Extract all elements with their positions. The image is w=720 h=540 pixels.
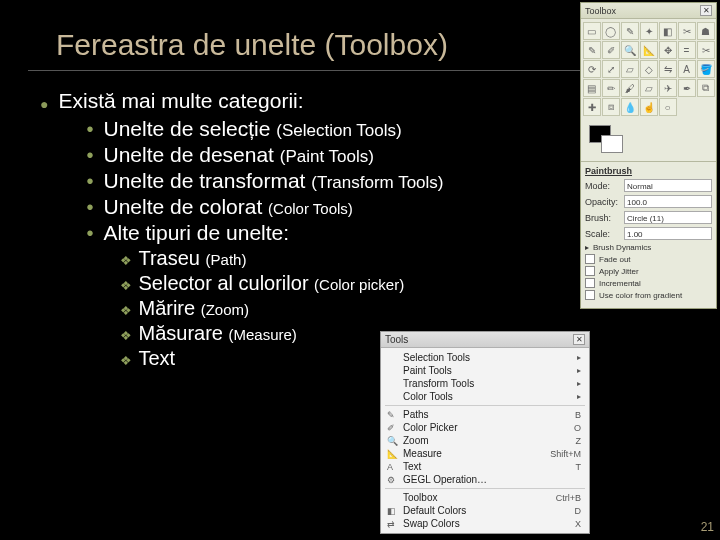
tool-bucket-icon[interactable]: 🪣 [697, 60, 715, 78]
diamond-icon: ❖ [120, 253, 132, 268]
incremental-checkbox[interactable] [585, 278, 595, 288]
other-tool-item: ❖Traseu (Path) [120, 247, 443, 270]
menu-item-toolbox[interactable]: ToolboxCtrl+B [381, 491, 589, 504]
tool-paths-icon[interactable]: ✎ [583, 41, 601, 59]
category-item: • Alte tipuri de unelte: [86, 221, 443, 245]
gradient-checkbox[interactable] [585, 290, 595, 300]
tool-color-picker-icon[interactable]: ✐ [602, 41, 620, 59]
tool-pencil-icon[interactable]: ✏ [602, 79, 620, 97]
tool-measure-icon[interactable]: 📐 [640, 41, 658, 59]
close-icon[interactable]: ✕ [573, 334, 585, 345]
tool-perspective-icon[interactable]: ◇ [640, 60, 658, 78]
separator [385, 405, 585, 406]
category-item: • Unelte de desenat (Paint Tools) [86, 143, 443, 167]
tool-paintbrush-icon[interactable]: 🖌 [621, 79, 639, 97]
tool-move-icon[interactable]: ✥ [659, 41, 677, 59]
category-item: • Unelte de transformat (Transform Tools… [86, 169, 443, 193]
menu-item-color-picker[interactable]: ✐Color PickerO [381, 421, 589, 434]
tool-ellipse-select-icon[interactable]: ◯ [602, 22, 620, 40]
toolbox-titlebar[interactable]: Toolbox ✕ [581, 3, 716, 19]
chevron-right-icon: ▸ [577, 392, 581, 401]
diamond-icon: ❖ [120, 328, 132, 343]
dot-icon: • [86, 144, 93, 167]
swap-colors-icon: ⇄ [387, 519, 403, 529]
dot-icon: • [86, 118, 93, 141]
category-item: • Unelte de selecție (Selection Tools) [86, 117, 443, 141]
tool-align-icon[interactable]: = [678, 41, 696, 59]
tool-eraser-icon[interactable]: ▱ [640, 79, 658, 97]
expand-icon[interactable]: ▸ [585, 243, 589, 252]
default-colors-icon: ◧ [387, 506, 403, 516]
tool-rect-select-icon[interactable]: ▭ [583, 22, 601, 40]
chevron-right-icon: ▸ [577, 379, 581, 388]
tool-text-icon[interactable]: A [678, 60, 696, 78]
menu-item-paint-tools[interactable]: Paint Tools▸ [381, 364, 589, 377]
toolbox-panel: Toolbox ✕ ▭ ◯ ✎ ✦ ◧ ✂ ☗ ✎ ✐ 🔍 📐 ✥ = ✂ ⟳ … [580, 2, 717, 309]
toolbox-title-label: Toolbox [585, 6, 616, 16]
measure-icon: 📐 [387, 449, 403, 459]
tool-crop-icon[interactable]: ✂ [697, 41, 715, 59]
tool-ink-icon[interactable]: ✒ [678, 79, 696, 97]
tools-menu-titlebar[interactable]: Tools ✕ [381, 332, 589, 348]
tools-menu-title: Tools [385, 334, 408, 345]
separator [385, 488, 585, 489]
menu-item-zoom[interactable]: 🔍ZoomZ [381, 434, 589, 447]
gegl-icon: ⚙ [387, 475, 403, 485]
menu-item-swap-colors[interactable]: ⇄Swap ColorsX [381, 517, 589, 530]
tool-dodge-icon[interactable]: ○ [659, 98, 677, 116]
tool-free-select-icon[interactable]: ✎ [621, 22, 639, 40]
menu-item-text[interactable]: ATextT [381, 460, 589, 473]
tool-blend-icon[interactable]: ▤ [583, 79, 601, 97]
opacity-input[interactable]: 100.0 [624, 195, 712, 208]
menu-item-measure[interactable]: 📐MeasureShift+M [381, 447, 589, 460]
tool-scale-icon[interactable]: ⤢ [602, 60, 620, 78]
jitter-checkbox[interactable] [585, 266, 595, 276]
page-number: 21 [701, 520, 714, 534]
background-swatch[interactable] [601, 135, 623, 153]
tool-flip-icon[interactable]: ⇋ [659, 60, 677, 78]
tool-rotate-icon[interactable]: ⟳ [583, 60, 601, 78]
category-item: • Unelte de colorat (Color Tools) [86, 195, 443, 219]
brush-select[interactable]: Circle (11) [624, 211, 712, 224]
tool-foreground-icon[interactable]: ☗ [697, 22, 715, 40]
color-picker-icon: ✐ [387, 423, 403, 433]
text-icon: A [387, 462, 403, 472]
menu-item-default-colors[interactable]: ◧Default ColorsD [381, 504, 589, 517]
diamond-icon: ❖ [120, 303, 132, 318]
tool-heal-icon[interactable]: ✚ [583, 98, 601, 116]
tool-grid: ▭ ◯ ✎ ✦ ◧ ✂ ☗ ✎ ✐ 🔍 📐 ✥ = ✂ ⟳ ⤢ ▱ ◇ ⇋ A … [581, 19, 716, 119]
mode-select[interactable]: Normal [624, 179, 712, 192]
tool-scissors-icon[interactable]: ✂ [678, 22, 696, 40]
tool-airbrush-icon[interactable]: ✈ [659, 79, 677, 97]
brush-label: Brush: [585, 213, 621, 223]
other-tool-item: ❖Mărire (Zoom) [120, 297, 443, 320]
menu-item-color-tools[interactable]: Color Tools▸ [381, 390, 589, 403]
incremental-label: Incremental [599, 279, 641, 288]
menu-item-transform-tools[interactable]: Transform Tools▸ [381, 377, 589, 390]
menu-item-selection-tools[interactable]: Selection Tools▸ [381, 351, 589, 364]
tool-by-color-icon[interactable]: ◧ [659, 22, 677, 40]
bullet-icon: ● [40, 96, 48, 112]
scale-input[interactable]: 1.00 [624, 227, 712, 240]
gradient-label: Use color from gradient [599, 291, 682, 300]
menu-item-paths[interactable]: ✎PathsB [381, 408, 589, 421]
tool-zoom-icon[interactable]: 🔍 [621, 41, 639, 59]
tool-shear-icon[interactable]: ▱ [621, 60, 639, 78]
dot-icon: • [86, 196, 93, 219]
color-swatches[interactable] [581, 119, 716, 161]
menu-item-gegl[interactable]: ⚙GEGL Operation… [381, 473, 589, 486]
zoom-icon: 🔍 [387, 436, 403, 446]
tools-menu: Tools ✕ Selection Tools▸ Paint Tools▸ Tr… [380, 331, 590, 534]
fadeout-checkbox[interactable] [585, 254, 595, 264]
close-icon[interactable]: ✕ [700, 5, 712, 16]
other-tool-item: ❖Selector al culorilor (Color picker) [120, 272, 443, 295]
tool-perspective-clone-icon[interactable]: ⧈ [602, 98, 620, 116]
dot-icon: • [86, 170, 93, 193]
tool-smudge-icon[interactable]: ☝ [640, 98, 658, 116]
paths-icon: ✎ [387, 410, 403, 420]
opacity-label: Opacity: [585, 197, 621, 207]
tool-blur-icon[interactable]: 💧 [621, 98, 639, 116]
tool-clone-icon[interactable]: ⧉ [697, 79, 715, 97]
chevron-right-icon: ▸ [577, 353, 581, 362]
tool-fuzzy-select-icon[interactable]: ✦ [640, 22, 658, 40]
